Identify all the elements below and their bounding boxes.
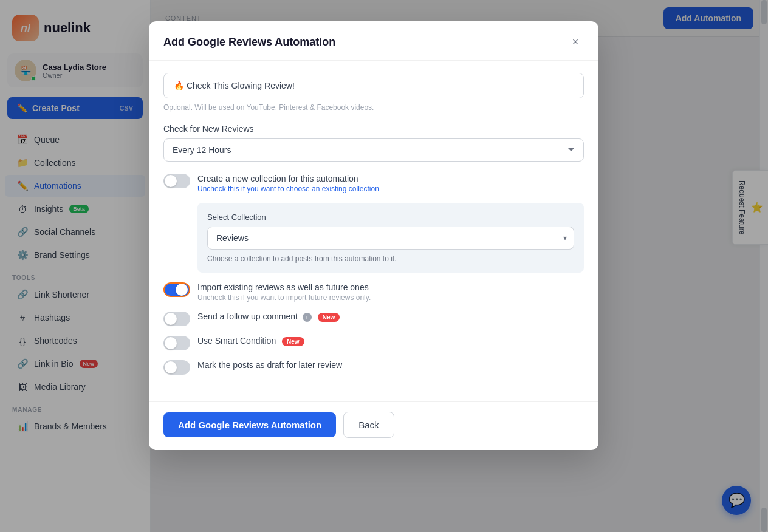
smart-condition-label: Use Smart Condition New xyxy=(197,336,304,346)
follow-up-new-badge: New xyxy=(318,313,340,322)
import-reviews-toggle[interactable] xyxy=(163,282,190,297)
smart-condition-row: Use Smart Condition New xyxy=(163,336,584,350)
follow-up-knob xyxy=(165,313,177,325)
modal-dialog: Add Google Reviews Automation × Optional… xyxy=(149,21,598,450)
check-reviews-select[interactable]: Every 1 Hour Every 6 Hours Every 12 Hour… xyxy=(163,138,584,162)
create-collection-toggle[interactable] xyxy=(163,174,190,188)
create-collection-knob xyxy=(165,175,177,187)
create-collection-hint: Uncheck this if you want to choose an ex… xyxy=(197,185,379,193)
modal-title: Add Google Reviews Automation xyxy=(163,36,335,49)
create-collection-label: Create a new collection for this automat… xyxy=(197,174,379,183)
check-reviews-label: Check for New Reviews xyxy=(163,124,584,134)
modal-close-button[interactable]: × xyxy=(567,33,584,50)
select-collection-label: Select Collection xyxy=(207,213,574,222)
title-input[interactable] xyxy=(174,81,574,90)
collection-block: Select Collection Reviews ▾ Choose a col… xyxy=(197,203,584,273)
import-reviews-label: Import existing reviews as well as futur… xyxy=(197,282,371,292)
import-reviews-text: Import existing reviews as well as futur… xyxy=(197,282,371,302)
create-collection-text: Create a new collection for this automat… xyxy=(197,174,379,193)
draft-text: Mark the posts as draft for later review xyxy=(197,360,342,370)
draft-row: Mark the posts as draft for later review xyxy=(163,360,584,375)
draft-toggle[interactable] xyxy=(163,360,190,375)
follow-up-row: Send a follow up comment i New xyxy=(163,312,584,326)
modal-header: Add Google Reviews Automation × xyxy=(149,21,598,61)
draft-label: Mark the posts as draft for later review xyxy=(197,360,342,370)
import-reviews-row: Import existing reviews as well as futur… xyxy=(163,282,584,302)
draft-knob xyxy=(165,361,177,373)
follow-up-label: Send a follow up comment i New xyxy=(197,312,340,322)
import-reviews-knob xyxy=(176,284,188,296)
follow-up-text: Send a follow up comment i New xyxy=(197,312,340,322)
collection-hint: Choose a collection to add posts from th… xyxy=(207,254,574,263)
submit-button[interactable]: Add Google Reviews Automation xyxy=(163,412,336,437)
collection-select[interactable]: Reviews xyxy=(207,227,574,250)
smart-condition-text: Use Smart Condition New xyxy=(197,336,304,346)
modal-footer: Add Google Reviews Automation Back xyxy=(149,401,598,450)
modal-body: Optional. Will be used on YouTube, Pinte… xyxy=(149,61,598,397)
follow-up-info-icon: i xyxy=(303,313,312,322)
collection-select-wrapper: Reviews ▾ xyxy=(207,227,574,254)
title-input-wrapper[interactable] xyxy=(163,73,584,98)
smart-condition-new-badge: New xyxy=(282,337,304,346)
title-input-hint: Optional. Will be used on YouTube, Pinte… xyxy=(163,103,584,112)
create-collection-row: Create a new collection for this automat… xyxy=(163,174,584,193)
follow-up-toggle[interactable] xyxy=(163,312,190,326)
smart-condition-toggle[interactable] xyxy=(163,336,190,350)
smart-condition-knob xyxy=(165,337,177,349)
import-reviews-hint: Uncheck this if you want to import futur… xyxy=(197,293,371,302)
back-button[interactable]: Back xyxy=(343,412,394,438)
